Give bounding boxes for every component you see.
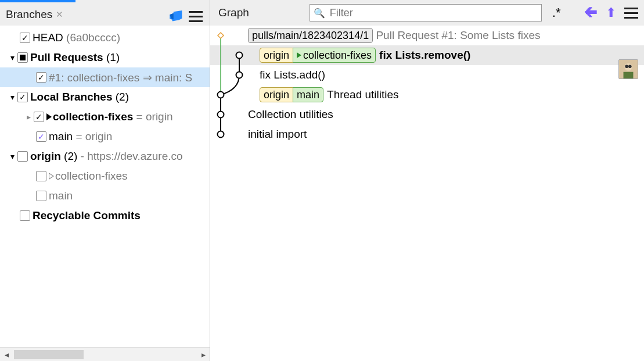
- active-tab-indicator: [0, 0, 75, 2]
- checkbox[interactable]: [17, 92, 28, 102]
- right-tabbar: Graph 🔍 .* 🡰 ⬆: [210, 0, 644, 26]
- commit-graph[interactable]: pulls/main/1823402314/1 Pull Request #1:…: [210, 26, 644, 361]
- pr-item[interactable]: #1: collection-fixes ⇒ main: S: [0, 67, 210, 87]
- checkbox[interactable]: [36, 131, 46, 142]
- remote-branch-icon: [49, 173, 54, 180]
- filter-input[interactable]: [329, 6, 538, 20]
- commit-row[interactable]: Collection utilities: [210, 105, 644, 124]
- commit-row[interactable]: fix Lists.add(): [210, 65, 644, 85]
- recyclable-commits-group[interactable]: Recyclable Commits: [0, 206, 210, 226]
- head-hash: (6a0bcccc): [66, 31, 120, 44]
- pull-requests-group[interactable]: ▾ Pull Requests (1): [0, 48, 210, 67]
- azure-devops-icon[interactable]: [168, 8, 183, 26]
- chevron-right-icon[interactable]: ▸: [23, 112, 34, 121]
- checkbox[interactable]: [36, 191, 46, 201]
- pull-requests-label: Pull Requests: [30, 51, 103, 64]
- commit-row[interactable]: origin collection-fixes fix Lists.remove…: [210, 45, 644, 65]
- local-branch-main[interactable]: main = origin: [0, 127, 210, 146]
- scroll-right-icon[interactable]: ▸: [197, 350, 210, 359]
- left-tabbar: Branches ✕: [0, 0, 210, 26]
- origin-group[interactable]: ▾ origin (2) - https://dev.azure.co: [0, 146, 210, 166]
- commit-message: initial import: [248, 128, 307, 141]
- local-branches-group[interactable]: ▾ Local Branches (2): [0, 87, 210, 107]
- pr-header-row[interactable]: pulls/main/1823402314/1 Pull Request #1:…: [210, 26, 644, 45]
- origin-label: origin: [30, 150, 61, 163]
- commit-row[interactable]: initial import: [210, 124, 644, 144]
- menu-icon[interactable]: [624, 8, 638, 19]
- ref-origin[interactable]: origin: [260, 87, 293, 102]
- pull-requests-count: (1): [106, 51, 120, 64]
- filter-input-wrapper[interactable]: 🔍: [310, 4, 542, 22]
- local-branch-collection-fixes[interactable]: ▸ collection-fixes = origin: [0, 107, 210, 127]
- horizontal-scrollbar[interactable]: ◂ ▸: [0, 347, 210, 361]
- ref-branch[interactable]: collection-fixes: [293, 48, 376, 63]
- svg-point-11: [625, 65, 628, 68]
- author-avatar[interactable]: [618, 59, 638, 79]
- search-icon: 🔍: [314, 8, 325, 19]
- checkbox[interactable]: [17, 52, 28, 63]
- checkbox[interactable]: [34, 112, 44, 122]
- pr-ref[interactable]: pulls/main/1823402314/1: [248, 28, 373, 43]
- svg-point-12: [628, 65, 632, 68]
- branch-tracking: = origin: [75, 130, 112, 143]
- home-icon[interactable]: ⬆: [606, 5, 616, 20]
- graph-panel: Graph 🔍 .* 🡰 ⬆: [210, 0, 644, 361]
- regex-toggle[interactable]: .*: [552, 5, 561, 20]
- pr-title: Pull Request #1: Some Lists fixes: [376, 29, 540, 42]
- head-label: HEAD: [33, 31, 63, 44]
- menu-icon[interactable]: [189, 11, 203, 22]
- checkbox[interactable]: [36, 171, 46, 181]
- branch-tracking: = origin: [136, 110, 173, 123]
- origin-count: (2): [64, 150, 77, 163]
- branch-name: main: [49, 130, 73, 143]
- commit-message: Thread utilities: [327, 88, 399, 101]
- svg-rect-13: [624, 72, 634, 78]
- checkbox[interactable]: [20, 33, 30, 43]
- commit-row[interactable]: origin main Thread utilities: [210, 85, 644, 105]
- commit-message: fix Lists.add(): [260, 69, 325, 81]
- checkbox[interactable]: [17, 151, 28, 162]
- branches-panel: Branches ✕ HEAD (6a0bcccc) ▾ Pull Reques: [0, 0, 210, 361]
- remote-branch-main[interactable]: main: [0, 186, 210, 206]
- scroll-thumb[interactable]: [14, 350, 84, 359]
- checkbox[interactable]: [20, 210, 30, 221]
- current-branch-icon: [46, 113, 52, 120]
- chevron-down-icon[interactable]: ▾: [7, 53, 17, 62]
- branch-name: main: [49, 190, 73, 202]
- current-branch-icon: [297, 52, 301, 58]
- commit-message: Collection utilities: [248, 108, 333, 121]
- chevron-down-icon[interactable]: ▾: [7, 152, 17, 161]
- checkbox[interactable]: [36, 72, 46, 83]
- chevron-down-icon[interactable]: ▾: [7, 92, 17, 102]
- ref-branch[interactable]: main: [293, 87, 323, 102]
- head-row[interactable]: HEAD (6a0bcccc): [0, 28, 210, 48]
- commit-message: fix Lists.remove(): [379, 49, 470, 62]
- branches-tree[interactable]: HEAD (6a0bcccc) ▾ Pull Requests (1) #1: …: [0, 26, 210, 347]
- local-branches-label: Local Branches: [30, 91, 113, 103]
- close-icon[interactable]: ✕: [56, 9, 63, 20]
- graph-title: Graph: [216, 6, 249, 19]
- pr-item-label: #1: collection-fixes ⇒ main: S: [49, 71, 192, 84]
- remote-branch-collection-fixes[interactable]: collection-fixes: [0, 166, 210, 186]
- recyclable-label: Recyclable Commits: [33, 209, 141, 222]
- branch-name: collection-fixes: [53, 110, 133, 123]
- branches-tab[interactable]: Branches ✕: [3, 5, 69, 26]
- back-icon[interactable]: 🡰: [585, 5, 598, 20]
- ref-origin[interactable]: origin: [260, 48, 293, 63]
- branch-name: collection-fixes: [55, 170, 128, 183]
- scroll-left-icon[interactable]: ◂: [0, 350, 13, 359]
- local-branches-count: (2): [116, 91, 129, 103]
- branches-tab-label: Branches: [6, 8, 52, 21]
- origin-url: - https://dev.azure.co: [81, 150, 183, 163]
